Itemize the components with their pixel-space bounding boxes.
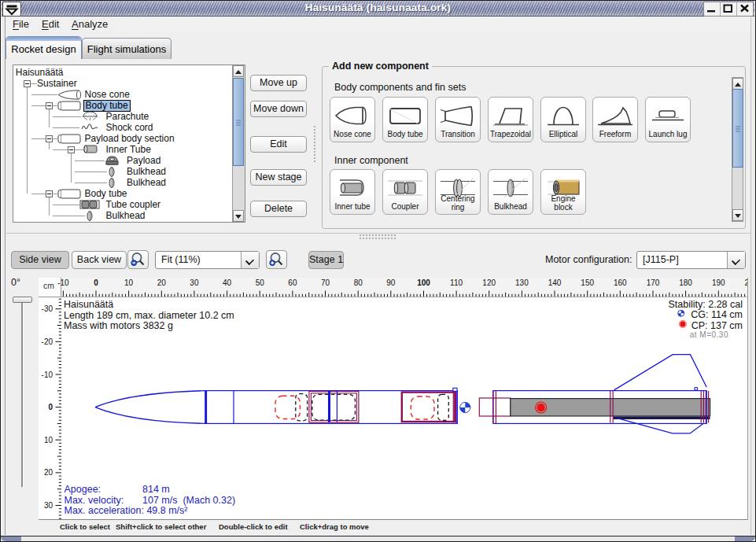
- svg-text:0: 0: [94, 278, 98, 287]
- svg-text:20: 20: [44, 468, 53, 477]
- svg-text:-10: -10: [57, 278, 69, 287]
- svg-text:150: 150: [581, 278, 594, 287]
- svg-text:50: 50: [256, 278, 265, 287]
- svg-text:120: 120: [482, 278, 496, 287]
- svg-text:70: 70: [321, 278, 330, 287]
- svg-text:30: 30: [44, 501, 53, 510]
- svg-text:CP: 137 cm: CP: 137 cm: [691, 320, 743, 331]
- svg-text:Apogee:: Apogee:: [65, 484, 101, 495]
- svg-text:-30: -30: [42, 304, 53, 313]
- svg-text:10: 10: [124, 278, 134, 287]
- svg-text:-20: -20: [42, 337, 53, 346]
- svg-text:Stability: 2.28 cal: Stability: 2.28 cal: [669, 299, 743, 310]
- svg-text:107 m/s (Mach 0.32): 107 m/s (Mach 0.32): [142, 495, 235, 506]
- svg-text:20: 20: [157, 278, 167, 287]
- svg-text:30: 30: [190, 278, 199, 287]
- svg-text:40: 40: [223, 278, 232, 287]
- svg-text:140: 140: [548, 278, 562, 287]
- svg-text:Max. acceleration: 49.8 m/s²: Max. acceleration: 49.8 m/s²: [65, 505, 188, 516]
- svg-text:60: 60: [288, 278, 297, 287]
- svg-text:0: 0: [48, 403, 53, 411]
- svg-text:180: 180: [679, 278, 692, 287]
- svg-text:814 m: 814 m: [142, 484, 170, 495]
- svg-text:Length 189 cm, max. diameter 1: Length 189 cm, max. diameter 10.2 cm: [64, 310, 234, 321]
- svg-text:Haisunäätä: Haisunäätä: [64, 299, 113, 310]
- svg-text:Max. velocity:: Max. velocity:: [65, 495, 124, 506]
- svg-text:110: 110: [450, 278, 463, 287]
- svg-text:130: 130: [515, 278, 529, 287]
- svg-text:CG: 114 cm: CG: 114 cm: [691, 309, 743, 320]
- svg-text:160: 160: [614, 278, 627, 287]
- svg-text:at M=0.30: at M=0.30: [690, 330, 728, 339]
- svg-text:80: 80: [354, 278, 363, 287]
- svg-text:190: 190: [712, 278, 725, 287]
- svg-text:170: 170: [647, 278, 660, 287]
- svg-text:90: 90: [386, 278, 396, 287]
- svg-text:10: 10: [44, 436, 53, 444]
- svg-text:Mass with motors 3832 g: Mass with motors 3832 g: [64, 320, 173, 331]
- svg-text:100: 100: [417, 278, 430, 287]
- svg-text:-10: -10: [42, 371, 53, 379]
- svg-text:200: 200: [745, 278, 748, 287]
